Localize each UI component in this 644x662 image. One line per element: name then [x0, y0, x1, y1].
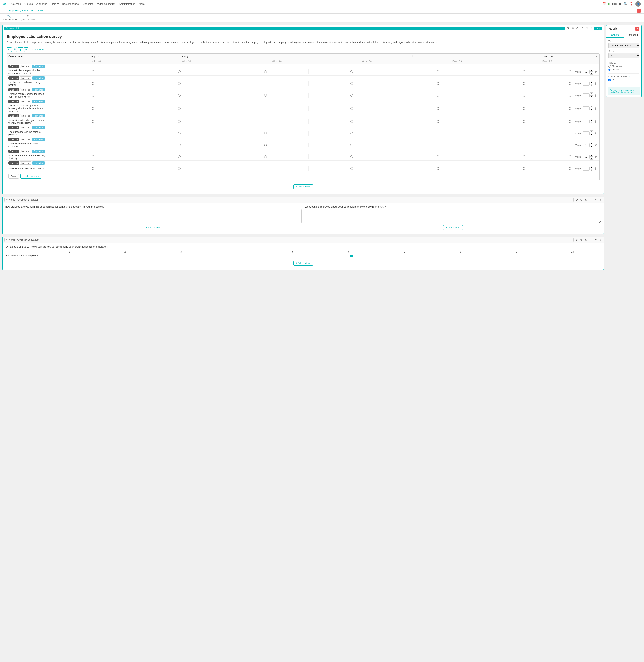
- tag-icon[interactable]: 🏷: [575, 26, 579, 30]
- nav-courses[interactable]: Courses: [12, 2, 21, 5]
- tag-icon-3[interactable]: 🏷: [584, 238, 588, 242]
- row-tab-5-0[interactable]: One line: [8, 126, 19, 129]
- radio-0-4[interactable]: [437, 70, 439, 73]
- weight-up-2[interactable]: ▲: [590, 92, 593, 95]
- nav-authoring[interactable]: Authoring: [36, 2, 47, 5]
- chevron-up-icon-3[interactable]: ∧: [598, 238, 602, 242]
- radio-5-4[interactable]: [437, 132, 439, 135]
- radio-3-2[interactable]: [264, 107, 267, 110]
- radio-8-1[interactable]: [178, 167, 181, 170]
- delete-row-3[interactable]: 🗑: [594, 107, 598, 110]
- weight-down-4[interactable]: ▼: [590, 121, 593, 124]
- chevron-down-icon-3[interactable]: ∨: [594, 238, 598, 242]
- row-tab-4-2[interactable]: Formatted: [32, 114, 45, 117]
- add-question-button[interactable]: + Add question: [20, 174, 41, 179]
- radio-0-1[interactable]: [178, 70, 181, 73]
- question-textarea-1[interactable]: [5, 209, 302, 223]
- row-tab-7-0[interactable]: One line: [8, 150, 19, 153]
- radio-2-0[interactable]: [92, 94, 94, 97]
- optional-radio[interactable]: [608, 69, 611, 71]
- save-button[interactable]: Save: [8, 174, 19, 179]
- search-icon[interactable]: 🔍: [624, 2, 627, 6]
- add-content-button-1[interactable]: + Add content: [293, 184, 313, 189]
- delete-row-6[interactable]: 🗑: [594, 143, 598, 147]
- breadcrumb-questionnaire[interactable]: Employee Questionnaire: [8, 9, 34, 12]
- radio-8-0[interactable]: [92, 167, 94, 170]
- help-button[interactable]: Help: [594, 26, 602, 30]
- row-tab-5-1[interactable]: Multi-line: [20, 126, 31, 129]
- nav-administration[interactable]: Administration: [119, 2, 135, 5]
- row-tab-8-2[interactable]: Formatted: [32, 161, 45, 164]
- weight-input-1[interactable]: [582, 82, 590, 86]
- weight-up-4[interactable]: ▲: [590, 119, 593, 121]
- chevron-up-icon-2[interactable]: ∧: [598, 198, 602, 202]
- radio-5-0[interactable]: [92, 132, 94, 135]
- weight-down-5[interactable]: ▼: [590, 133, 593, 136]
- noanswer-on-label[interactable]: on: [612, 78, 614, 81]
- delete-row-0[interactable]: 🗑: [594, 70, 598, 74]
- radio-4-4[interactable]: [437, 120, 439, 123]
- weight-down-6[interactable]: ▼: [590, 145, 593, 148]
- noanswer-radio-3[interactable]: [569, 107, 571, 110]
- settings-icon-2[interactable]: ⚙: [575, 198, 579, 202]
- radio-2-1[interactable]: [178, 94, 181, 97]
- radio-1-3[interactable]: [350, 82, 353, 85]
- radio-8-4[interactable]: [437, 167, 439, 170]
- weight-up-6[interactable]: ▲: [590, 142, 593, 145]
- row-tab-7-1[interactable]: Multi-line: [20, 150, 31, 153]
- more-icon[interactable]: ⋮: [580, 26, 584, 30]
- add-content-button-3[interactable]: + Add content: [293, 261, 313, 266]
- radio-4-0[interactable]: [92, 120, 94, 123]
- settings-icon[interactable]: ⚙: [566, 26, 570, 30]
- radio-5-2[interactable]: [264, 132, 267, 135]
- delete-row-7[interactable]: 🗑: [594, 155, 598, 159]
- noanswer-radio-5[interactable]: [569, 132, 571, 135]
- radio-3-4[interactable]: [437, 107, 439, 110]
- back-icon[interactable]: ←: [3, 9, 5, 12]
- weight-down-3[interactable]: ▼: [590, 109, 593, 111]
- row-tab-6-2[interactable]: Formatted: [32, 138, 45, 141]
- nav-document-pool[interactable]: Document pool: [62, 2, 79, 5]
- radio-7-3[interactable]: [350, 156, 353, 158]
- noanswer-radio-4[interactable]: [569, 120, 571, 123]
- weight-up-5[interactable]: ▲: [590, 130, 593, 133]
- noanswer-radio-1[interactable]: [569, 82, 571, 85]
- noanswer-radio-6[interactable]: [569, 144, 571, 146]
- row-tab-4-0[interactable]: One line: [8, 114, 19, 117]
- radio-4-2[interactable]: [264, 120, 267, 123]
- more-icon-3[interactable]: ⋮: [589, 238, 593, 242]
- nav-video-collection[interactable]: Video Collection: [97, 2, 116, 5]
- radio-1-4[interactable]: [437, 82, 439, 85]
- row-tab-5-2[interactable]: Formatted: [32, 126, 45, 129]
- radio-5-1[interactable]: [178, 132, 181, 135]
- settings-icon-3[interactable]: ⚙: [575, 238, 579, 242]
- delete-row-4[interactable]: 🗑: [594, 119, 598, 123]
- radio-2-3[interactable]: [350, 94, 353, 97]
- weight-input-3[interactable]: [582, 107, 590, 110]
- add-content-button-2b[interactable]: + Add content: [443, 225, 463, 230]
- chevron-up-icon[interactable]: ∧: [590, 26, 593, 30]
- weight-up-1[interactable]: ▲: [590, 81, 593, 84]
- weight-up-8[interactable]: ▲: [590, 166, 593, 168]
- rubric-tab-extended[interactable]: Extended: [624, 32, 641, 38]
- radio-2-4[interactable]: [437, 94, 439, 97]
- weight-input-7[interactable]: [582, 155, 590, 159]
- rubric-type-select[interactable]: Discrete with Radio: [608, 43, 640, 48]
- row-tab-1-2[interactable]: Formatted: [32, 76, 45, 79]
- noanswer-radio-2[interactable]: [569, 94, 571, 97]
- help-icon[interactable]: ❓: [629, 2, 634, 6]
- nav-library[interactable]: Library: [51, 2, 59, 5]
- calendar-icon[interactable]: 📅: [602, 2, 606, 6]
- weight-down-2[interactable]: ▼: [590, 95, 593, 98]
- radio-2-2[interactable]: [264, 94, 267, 97]
- radio-1-0[interactable]: [92, 82, 94, 85]
- weight-up-0[interactable]: ▲: [590, 69, 593, 72]
- block-add-button[interactable]: +: [24, 47, 28, 52]
- question-rules-tool[interactable]: ⚖ Question rules: [21, 14, 35, 21]
- radio-6-1[interactable]: [178, 144, 181, 146]
- radio-6-0[interactable]: [92, 144, 94, 146]
- breadcrumb-editor[interactable]: Editor: [37, 9, 43, 12]
- delete-row-2[interactable]: 🗑: [594, 93, 598, 97]
- optional-label[interactable]: Optional: [612, 69, 620, 71]
- noanswer-radio-0[interactable]: [569, 70, 571, 73]
